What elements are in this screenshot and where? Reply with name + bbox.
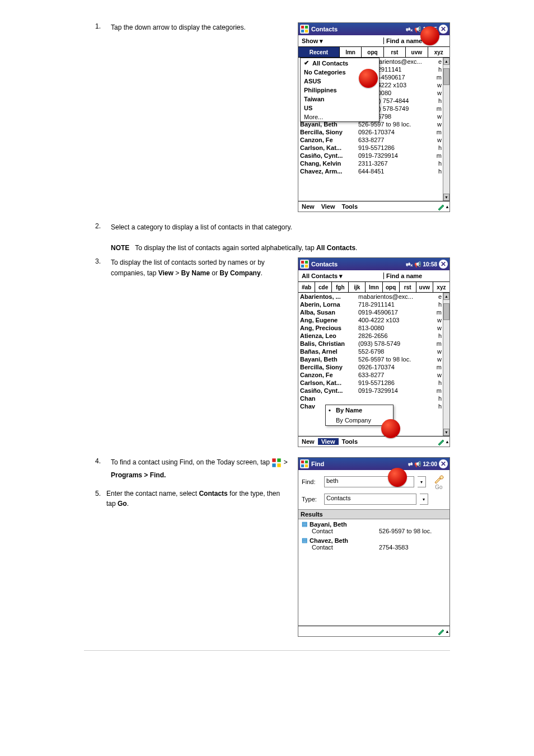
menu-new[interactable]: New — [298, 438, 318, 445]
menu-tools[interactable]: Tools — [339, 438, 362, 445]
contact-row[interactable]: Bercilla, Siony0926-170374m — [298, 363, 443, 371]
show-dropdown[interactable]: Show▾ — [298, 37, 383, 45]
connectivity-icon[interactable]: ⇄ₓ — [406, 26, 413, 32]
find-dropdown-icon[interactable]: ▾ — [418, 476, 426, 487]
toolbar-row: All Contacts▾ Find a name — [298, 270, 449, 282]
alpha-tab[interactable]: lmn — [366, 282, 382, 292]
menu-item[interactable]: US — [301, 104, 379, 112]
alpha-tab[interactable]: fgh — [332, 282, 349, 292]
pda-figure-2: Contacts ⇄ₓ 📢 10:58 ✕ All Contacts▾ Find… — [298, 257, 450, 447]
contact-row[interactable]: Bercilla, Siony0926-170374m — [298, 128, 443, 136]
contact-row[interactable]: Abarientos, ...mabarientos@exc...e — [298, 293, 443, 300]
alpha-tab[interactable]: xyz — [433, 282, 449, 292]
menu-tools[interactable]: Tools — [339, 203, 362, 210]
contact-card-icon: ▤ — [302, 537, 307, 544]
go-button[interactable]: Go — [432, 473, 446, 490]
contact-row[interactable]: Carlson, Kat...919-5571286h — [298, 144, 443, 152]
svg-rect-8 — [273, 458, 276, 462]
step-3: 3. To display the list of contacts sorte… — [84, 257, 450, 447]
alpha-tab[interactable]: rst — [384, 47, 406, 57]
contact-row[interactable]: Carlson, Kat...919-5571286h — [298, 379, 443, 387]
page-divider — [84, 650, 450, 651]
alpha-tab[interactable]: ijk — [349, 282, 366, 292]
window-title: Contacts — [311, 26, 404, 32]
sip-icon[interactable]: ▴ — [437, 203, 449, 210]
connectivity-icon[interactable]: ⇄ₓ — [406, 261, 413, 267]
speaker-icon[interactable]: 📢 — [414, 461, 421, 467]
alpha-tab[interactable]: xyz — [428, 47, 449, 57]
contact-row[interactable]: Chavez, Arm...644-8451h — [298, 167, 443, 175]
close-icon[interactable]: ✕ — [439, 459, 448, 468]
connectivity-icon[interactable]: ⇄ — [408, 461, 413, 467]
sip-icon[interactable]: ▴ — [437, 438, 449, 445]
menu-item-all-contacts[interactable]: ✔All Contacts — [301, 58, 379, 68]
scrollbar[interactable]: ▲ ▼ — [443, 58, 449, 201]
svg-rect-12 — [301, 461, 304, 463]
checkmark-icon: ✔ — [304, 59, 309, 67]
alpha-tab[interactable]: opq — [383, 282, 400, 292]
scroll-up-icon[interactable]: ▲ — [443, 293, 449, 300]
sip-icon[interactable]: ▴ — [437, 627, 449, 635]
show-dropdown[interactable]: All Contacts▾ — [298, 273, 383, 280]
alpha-tab[interactable]: uvw — [416, 282, 433, 292]
alpha-tab-recent[interactable]: Recent — [298, 47, 340, 57]
contact-row[interactable]: Casiño, Cynt...0919-7329914m — [298, 387, 443, 395]
contact-row[interactable]: Aberin, Lorna718-2911141h — [298, 300, 443, 308]
contact-row[interactable]: Atienza, Leo2826-2656h — [298, 332, 443, 340]
contact-row[interactable]: Ang, Eugene400-4222 x103w — [298, 316, 443, 324]
result-item[interactable]: ▤Chavez, Beth Contact2754-3583 — [298, 536, 449, 552]
menu-item[interactable]: Taiwan — [301, 95, 379, 104]
start-icon[interactable] — [300, 25, 309, 34]
menu-new[interactable]: New — [298, 203, 318, 210]
contact-row[interactable]: Bañas, Arnel552-6798w — [298, 348, 443, 355]
clock[interactable]: 10:58 — [423, 261, 437, 267]
scrollbar[interactable]: ▲ ▼ — [443, 293, 449, 436]
scroll-thumb[interactable] — [443, 303, 449, 320]
contact-row[interactable]: Canzon, Fe633-8277w — [298, 371, 443, 379]
clock[interactable]: 12:00 — [423, 461, 437, 467]
contact-row[interactable]: Balis, Christian(093) 578-5749m — [298, 340, 443, 348]
contact-row[interactable]: Chanh — [298, 395, 443, 402]
alpha-tab[interactable]: uvw — [406, 47, 428, 57]
type-select[interactable]: Contacts — [324, 494, 416, 505]
scroll-track[interactable] — [443, 300, 449, 429]
svg-rect-15 — [305, 464, 308, 467]
scroll-down-icon[interactable]: ▼ — [443, 194, 449, 201]
svg-rect-10 — [273, 463, 276, 467]
svg-rect-2 — [301, 30, 304, 32]
type-dropdown-icon[interactable]: ▾ — [420, 494, 428, 505]
contact-row[interactable]: Chang, Kelvin2311-3267h — [298, 159, 443, 167]
alpha-tab[interactable]: cde — [315, 282, 332, 292]
scroll-down-icon[interactable]: ▼ — [443, 429, 449, 436]
scroll-thumb[interactable] — [443, 68, 449, 85]
contact-row[interactable]: Bayani, Beth526-9597 to 98 loc.w — [298, 355, 443, 363]
results-header: Results — [298, 509, 449, 519]
contact-row[interactable]: Canzon, Fe633-8277w — [298, 136, 443, 144]
contact-row[interactable]: Casiño, Cynt...0919-7329914m — [298, 152, 443, 159]
alpha-tab[interactable]: rst — [400, 282, 416, 292]
callout-dot — [388, 468, 407, 487]
alpha-tab[interactable]: #ab — [298, 282, 315, 292]
start-icon[interactable] — [300, 459, 309, 468]
alpha-tab[interactable]: lmn — [340, 47, 362, 57]
menu-view[interactable]: View — [318, 438, 339, 445]
menu-view[interactable]: View — [318, 203, 339, 210]
alpha-tabs: #ab cde fgh ijk lmn opq rst uvw xyz — [298, 282, 449, 293]
pda-figure-1: Contacts ⇄ₓ 📢 10:55 ✕ Show▾ Find a name … — [298, 22, 450, 212]
menu-item-more[interactable]: More... — [301, 112, 379, 121]
scroll-track[interactable] — [443, 65, 449, 194]
result-item[interactable]: ▤Bayani, Beth Contact526-9597 to 98 loc. — [298, 519, 449, 536]
close-icon[interactable]: ✕ — [439, 260, 448, 269]
find-name-input[interactable]: Find a name — [383, 37, 449, 44]
start-icon[interactable] — [300, 260, 309, 269]
speaker-icon[interactable]: 📢 — [414, 261, 421, 267]
close-icon[interactable]: ✕ — [439, 25, 448, 34]
view-by-name[interactable]: By Name — [326, 405, 393, 415]
find-name-input[interactable]: Find a name — [383, 273, 449, 279]
window-title: Contacts — [311, 261, 404, 267]
contact-row[interactable]: Alba, Susan0919-4590617m — [298, 308, 443, 316]
scroll-up-icon[interactable]: ▲ — [443, 58, 449, 65]
alpha-tab[interactable]: opq — [362, 47, 383, 57]
contact-row[interactable]: Ang, Precious813-0080w — [298, 324, 443, 332]
speaker-icon[interactable]: 📢 — [414, 26, 421, 32]
